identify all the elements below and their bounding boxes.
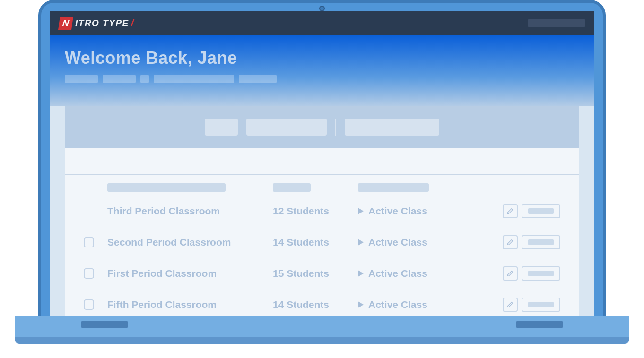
col-head-students <box>273 183 311 192</box>
laptop-frame: N ITRO TYPE / Welcome Back, Jane <box>15 0 629 344</box>
table-row: First Period Classroom 15 Students Activ… <box>65 258 579 289</box>
hero-nav-item[interactable] <box>239 75 277 83</box>
classroom-name[interactable]: First Period Classroom <box>107 268 273 279</box>
classroom-name[interactable]: Second Period Classroom <box>107 237 273 248</box>
play-icon <box>358 301 364 308</box>
tab-placeholder[interactable] <box>205 119 238 136</box>
laptop-body: N ITRO TYPE / Welcome Back, Jane <box>38 0 606 316</box>
camera-icon <box>319 6 325 11</box>
class-status[interactable]: Active Class <box>358 205 503 217</box>
classroom-panel: Third Period Classroom 12 Students Activ… <box>65 148 579 316</box>
pencil-icon <box>507 301 513 308</box>
row-actions <box>503 266 560 281</box>
status-label: Active Class <box>368 237 427 248</box>
action-button[interactable] <box>522 266 560 281</box>
hero-nav-item[interactable] <box>65 75 98 83</box>
edit-button[interactable] <box>503 235 518 249</box>
class-status[interactable]: Active Class <box>358 237 503 248</box>
laptop-vent <box>516 321 563 328</box>
table-row: Third Period Classroom 12 Students Activ… <box>65 196 579 227</box>
action-button[interactable] <box>522 235 560 249</box>
edit-button[interactable] <box>503 266 518 281</box>
edit-button[interactable] <box>503 204 518 218</box>
row-actions <box>503 235 560 249</box>
page-title: Welcome Back, Jane <box>65 48 579 68</box>
row-checkbox[interactable] <box>84 237 94 247</box>
pencil-icon <box>507 270 513 277</box>
tab-placeholder[interactable] <box>246 119 327 136</box>
classroom-name[interactable]: Third Period Classroom <box>107 205 273 217</box>
column-headers <box>65 175 579 196</box>
class-status[interactable]: Active Class <box>358 268 503 279</box>
status-label: Active Class <box>368 205 427 217</box>
logo-text: ITRO TYPE <box>75 18 129 28</box>
play-icon <box>358 239 364 246</box>
laptop-vent <box>81 321 128 328</box>
tabs-divider <box>335 119 336 136</box>
topbar: N ITRO TYPE / <box>50 11 594 35</box>
pencil-icon <box>507 239 513 246</box>
row-checkbox[interactable] <box>84 299 94 310</box>
action-button[interactable] <box>522 298 560 312</box>
status-label: Active Class <box>368 299 427 310</box>
classroom-name[interactable]: Fifth Period Classroom <box>107 299 273 310</box>
action-button-label-placeholder <box>528 208 554 214</box>
hero-nav-item[interactable] <box>103 75 136 83</box>
logo-slash-icon: / <box>131 17 134 29</box>
logo[interactable]: N ITRO TYPE / <box>59 17 134 30</box>
action-button-label-placeholder <box>528 271 554 276</box>
laptop-base <box>15 316 629 344</box>
student-count: 14 Students <box>273 299 358 310</box>
table-row: Second Period Classroom 14 Students Acti… <box>65 227 579 258</box>
action-button[interactable] <box>522 204 560 218</box>
panel-head-spacer <box>65 148 579 175</box>
student-count: 15 Students <box>273 268 358 279</box>
action-button-label-placeholder <box>528 239 554 245</box>
student-count: 12 Students <box>273 205 358 217</box>
table-row: Fifth Period Classroom 14 Students Activ… <box>65 289 579 316</box>
edit-button[interactable] <box>503 298 518 312</box>
action-button-label-placeholder <box>528 302 554 307</box>
row-checkbox[interactable] <box>84 268 94 279</box>
play-icon <box>358 208 364 214</box>
hero-nav-square-icon[interactable] <box>140 75 149 83</box>
pencil-icon <box>507 208 513 214</box>
status-label: Active Class <box>368 268 427 279</box>
subheader-tabs <box>65 106 579 148</box>
class-status[interactable]: Active Class <box>358 299 503 310</box>
student-count: 14 Students <box>273 237 358 248</box>
logo-n-icon: N <box>58 17 73 30</box>
hero-section: Welcome Back, Jane <box>50 35 594 106</box>
play-icon <box>358 270 364 277</box>
hero-nav-item[interactable] <box>154 75 234 83</box>
col-head-status <box>358 183 429 192</box>
screen: N ITRO TYPE / Welcome Back, Jane <box>50 11 594 316</box>
hero-nav <box>65 75 579 83</box>
topbar-right-placeholder[interactable] <box>528 19 585 27</box>
row-actions <box>503 204 560 218</box>
tab-placeholder[interactable] <box>345 119 439 136</box>
col-head-name <box>107 183 226 192</box>
row-actions <box>503 298 560 312</box>
